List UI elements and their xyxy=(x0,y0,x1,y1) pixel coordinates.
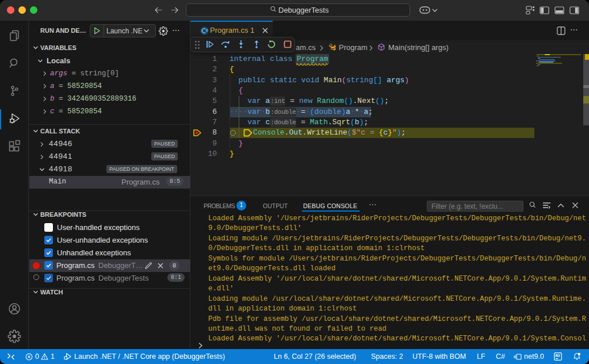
svg-text:R#: R# xyxy=(555,354,560,358)
